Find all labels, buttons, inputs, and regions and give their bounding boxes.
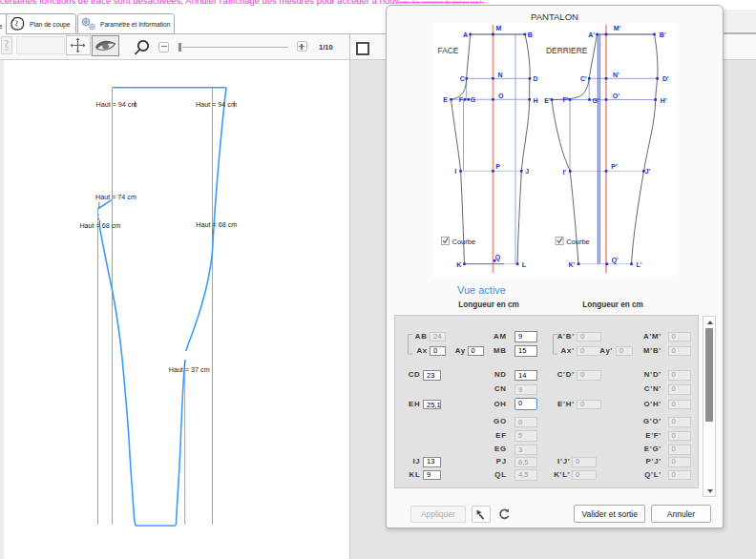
svg-text:C': C' (580, 75, 587, 82)
svg-text:A': A' (588, 31, 595, 38)
svg-text:Q: Q (495, 254, 501, 261)
svg-text:F': F' (563, 96, 569, 103)
svg-text:N': N' (613, 72, 620, 78)
svg-text:B': B' (660, 31, 666, 38)
svg-text:H: H (533, 97, 537, 104)
svg-text:DERRIERE: DERRIERE (546, 46, 588, 55)
svg-text:P': P' (611, 163, 618, 170)
svg-text:G': G' (592, 97, 598, 104)
svg-text:P: P (495, 163, 500, 170)
svg-text:Q': Q' (612, 257, 619, 264)
svg-text:H': H' (661, 97, 667, 104)
svg-text:D': D' (662, 75, 669, 82)
svg-text:J': J' (645, 168, 651, 175)
svg-text:O': O' (613, 93, 620, 99)
svg-text:G: G (471, 96, 476, 103)
svg-text:B: B (528, 31, 533, 38)
svg-text:K: K (456, 261, 461, 268)
svg-text:L': L' (637, 261, 642, 268)
svg-text:K': K' (568, 261, 575, 268)
svg-text:E: E (443, 96, 448, 103)
svg-text:D: D (533, 75, 537, 82)
svg-text:F: F (459, 96, 464, 103)
svg-text:Courbe: Courbe (452, 238, 476, 246)
svg-text:FACE: FACE (438, 46, 459, 55)
svg-text:E': E' (544, 97, 551, 104)
svg-text:N: N (497, 72, 502, 78)
svg-text:A: A (463, 31, 468, 38)
svg-text:I: I (454, 168, 456, 175)
svg-text:O: O (498, 93, 504, 99)
svg-text:C: C (460, 75, 465, 82)
svg-text:I': I' (562, 169, 566, 176)
svg-text:L: L (522, 261, 527, 268)
svg-text:M': M' (614, 25, 621, 31)
svg-text:Courbe: Courbe (566, 238, 590, 246)
svg-text:J: J (525, 168, 529, 175)
svg-text:M: M (495, 25, 501, 31)
